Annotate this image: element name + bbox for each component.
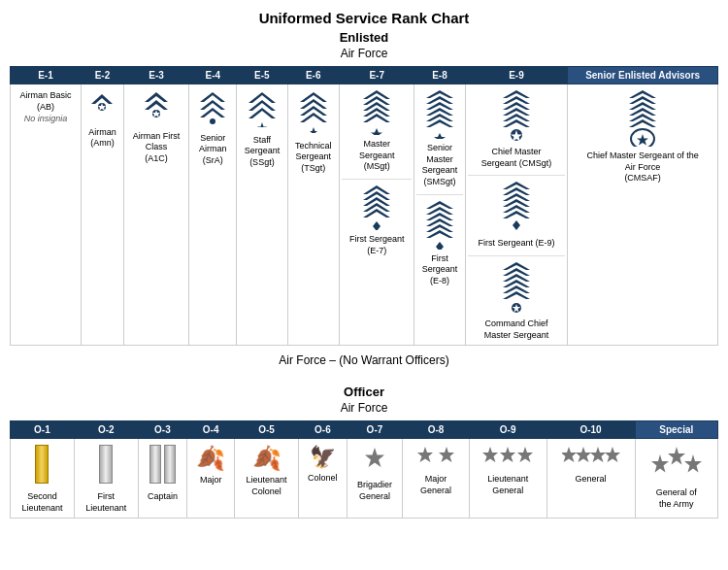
o4-insignia: 🍂 <box>189 445 232 473</box>
o6-name: Colonel <box>301 473 345 485</box>
e8-primary: SeniorMasterSergeant(SMSgt) <box>416 88 462 188</box>
rank-o2: FirstLieutenant <box>74 439 138 519</box>
e1-note: No insignia <box>24 114 68 123</box>
e2-insignia <box>83 90 121 125</box>
e7-primary: MasterSergeant(MSgt) <box>342 88 412 173</box>
o8-insignia <box>405 445 467 472</box>
e9-subrank2: Command ChiefMaster Sergeant <box>468 255 566 341</box>
rank-e2: Airman(Amn) <box>81 84 123 346</box>
svg-marker-81 <box>500 447 515 462</box>
svg-marker-79 <box>439 447 454 462</box>
o9-name: LieutenantGeneral <box>472 474 545 496</box>
svg-marker-60 <box>513 220 520 230</box>
o10-insignia <box>549 445 633 472</box>
enlisted-header-e2: E-2 <box>81 67 123 84</box>
rank-o4: 🍂 Major <box>187 439 235 519</box>
rank-o8: MajorGeneral <box>403 439 470 519</box>
enlisted-header-senior: Senior Enlisted Advisors <box>568 67 718 84</box>
officer-header-o9: O-9 <box>469 421 546 439</box>
e2-name: Airman(Amn) <box>83 127 121 150</box>
svg-marker-83 <box>562 447 577 462</box>
enlisted-header-e3: E-3 <box>123 67 188 84</box>
e8-subrank: FirstSergeant(E-8) <box>416 194 462 287</box>
e3-name: Airman FirstClass(A1C) <box>126 131 186 165</box>
svg-marker-14 <box>257 122 267 127</box>
rank-e5: StaffSergeant(SSgt) <box>237 84 287 346</box>
enlisted-header-e7: E-7 <box>339 67 414 84</box>
svg-marker-80 <box>482 447 498 462</box>
e3-insignia <box>126 90 186 129</box>
svg-marker-77 <box>365 448 384 467</box>
e9-name: Chief MasterSergeant (CMSgt) <box>468 147 566 169</box>
officer-header-o8: O-8 <box>403 421 470 439</box>
rank-e8: SeniorMasterSergeant(SMSgt) FirstSergean… <box>414 84 465 346</box>
o7-name: BrigadierGeneral <box>349 480 400 502</box>
rank-e7: MasterSergeant(MSgt) First Sergeant(E-7) <box>339 84 414 346</box>
air-force-enlisted-label: Air Force <box>10 47 718 60</box>
svg-marker-0 <box>91 94 113 104</box>
enlisted-header-e4: E-4 <box>189 67 237 84</box>
e7-sub-name: First Sergeant(E-7) <box>342 234 412 256</box>
o1-name: SecondLieutenant <box>13 491 72 514</box>
e9-sub2-name: Command ChiefMaster Sergeant <box>468 319 566 341</box>
page-title: Uniformed Service Rank Chart <box>10 10 718 26</box>
e7-name: MasterSergeant(MSgt) <box>342 139 412 173</box>
e9-subrank1: First Sergeant (E-9) <box>468 175 566 250</box>
e9-sub1-name: First Sergeant (E-9) <box>468 238 566 250</box>
svg-marker-31 <box>373 221 381 230</box>
rank-e1: Airman Basic(AB) No insignia <box>11 84 82 346</box>
rank-o6: 🦅 Colonel <box>299 439 347 519</box>
officer-header-special: Special <box>635 421 717 439</box>
e8-sub-name: FirstSergeant(E-8) <box>416 253 462 287</box>
senior-name: Chief Master Sergeant of theAir Force(CM… <box>570 151 715 184</box>
svg-marker-88 <box>651 454 669 473</box>
svg-marker-89 <box>684 454 702 473</box>
enlisted-header-e6: E-6 <box>287 67 339 84</box>
e4-insignia <box>191 90 234 131</box>
e9-primary: Chief MasterSergeant (CMSgt) <box>468 88 566 169</box>
svg-marker-76 <box>637 134 648 146</box>
svg-marker-38 <box>434 133 446 139</box>
enlisted-header-e5: E-5 <box>237 67 287 84</box>
svg-marker-45 <box>436 242 444 250</box>
svg-marker-87 <box>668 447 685 465</box>
rank-o1: SecondLieutenant <box>11 439 75 519</box>
special-name: General ofthe Army <box>638 487 715 510</box>
o1-insignia <box>13 445 72 489</box>
svg-marker-84 <box>576 447 591 462</box>
o10-name: General <box>549 474 633 486</box>
air-force-officer-label: Air Force <box>10 401 718 415</box>
o5-name: LieutenantColonel <box>237 475 296 497</box>
officer-header-o4: O-4 <box>187 421 235 439</box>
rank-o9: LieutenantGeneral <box>469 439 546 519</box>
rank-o3: Captain <box>138 439 186 519</box>
o2-name: FirstLieutenant <box>77 491 136 514</box>
o2-insignia <box>77 445 136 489</box>
e1-name: Airman Basic(AB) <box>13 90 79 113</box>
officer-header-o2: O-2 <box>74 421 138 439</box>
svg-marker-78 <box>417 447 433 462</box>
svg-marker-85 <box>590 447 606 462</box>
e5-insignia <box>239 90 284 133</box>
svg-point-10 <box>210 118 215 124</box>
e4-name: SeniorAirman(SrA) <box>191 133 234 167</box>
enlisted-rank-table: E-1 E-2 E-3 E-4 E-5 E-6 E-7 E-8 E-9 Seni… <box>10 66 718 346</box>
e7-subrank: First Sergeant(E-7) <box>342 179 412 256</box>
e6-name: TechnicalSergeant(TSgt) <box>290 141 337 175</box>
enlisted-header-e1: E-1 <box>11 67 82 84</box>
rank-e4: SeniorAirman(SrA) <box>189 84 237 346</box>
officer-header-o7: O-7 <box>347 421 402 439</box>
officer-header-o5: O-5 <box>235 421 299 439</box>
rank-o5: 🍂 LieutenantColonel <box>235 439 299 519</box>
e8-name: SeniorMasterSergeant(SMSgt) <box>416 143 462 188</box>
svg-marker-82 <box>517 447 533 462</box>
officer-header-o6: O-6 <box>299 421 347 439</box>
o8-name: MajorGeneral <box>405 474 467 496</box>
svg-marker-19 <box>310 127 317 133</box>
rank-special: General ofthe Army <box>635 439 717 519</box>
o9-insignia <box>472 445 545 472</box>
officer-rank-table: O-1 O-2 O-3 O-4 O-5 O-6 O-7 O-8 O-9 O-10… <box>10 420 718 519</box>
special-insignia <box>638 445 715 486</box>
o7-insignia <box>349 445 400 478</box>
enlisted-section-title: Enlisted <box>10 30 718 45</box>
